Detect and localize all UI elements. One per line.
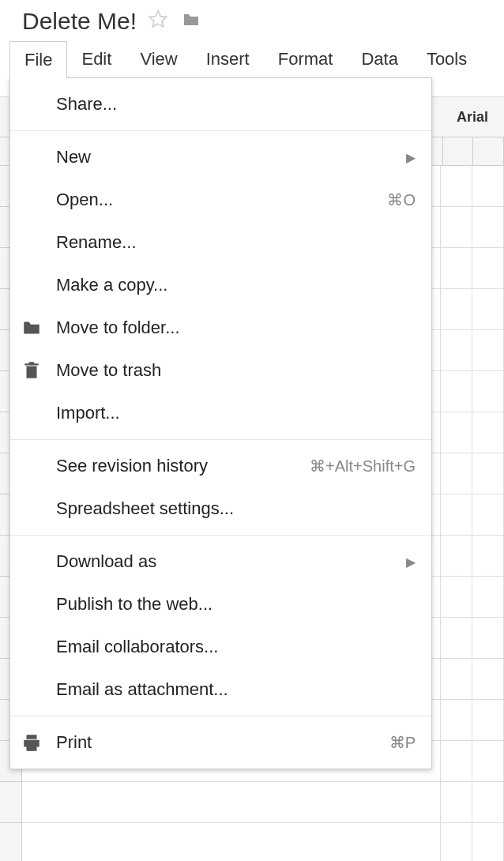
menu-edit[interactable]: Edit: [67, 41, 126, 78]
cell[interactable]: [441, 453, 472, 494]
cell[interactable]: [441, 577, 472, 618]
file-move-folder[interactable]: Move to folder...: [10, 306, 431, 349]
menu-insert[interactable]: Insert: [192, 41, 264, 78]
row-header[interactable]: [0, 782, 22, 823]
cell[interactable]: [441, 248, 472, 289]
cell[interactable]: [441, 494, 472, 536]
cell[interactable]: [472, 453, 504, 494]
menu-label: New: [56, 147, 406, 167]
document-header: Delete Me!: [0, 0, 504, 41]
cell[interactable]: [472, 494, 504, 536]
cell[interactable]: [22, 782, 441, 823]
cell[interactable]: [441, 700, 472, 741]
menu-file[interactable]: File: [9, 41, 67, 78]
cell[interactable]: [441, 823, 472, 861]
menu-label: Download as: [56, 551, 406, 572]
file-rename[interactable]: Rename...: [10, 221, 431, 264]
cell[interactable]: [441, 412, 472, 453]
folder-icon: [21, 318, 56, 338]
cell[interactable]: [441, 536, 472, 577]
trash-icon: [21, 360, 56, 381]
file-publish-web[interactable]: Publish to the web...: [10, 583, 431, 626]
cell[interactable]: [441, 659, 472, 700]
file-make-copy[interactable]: Make a copy...: [10, 264, 431, 306]
cell[interactable]: [441, 207, 472, 248]
file-menu-dropdown: Share... New ▶ Open... ⌘O Rename... Make…: [9, 77, 432, 769]
submenu-arrow-icon: ▶: [406, 555, 416, 570]
cell[interactable]: [441, 166, 472, 207]
cell[interactable]: [472, 700, 504, 741]
cell[interactable]: [472, 741, 504, 782]
print-icon: [21, 732, 56, 753]
menu-label: Share...: [56, 94, 416, 115]
cell[interactable]: [22, 823, 441, 861]
menu-label: Print: [56, 732, 389, 753]
cell[interactable]: [472, 782, 504, 823]
folder-icon[interactable]: [179, 10, 203, 32]
file-revision-history[interactable]: See revision history ⌘+Alt+Shift+G: [10, 445, 431, 487]
menu-separator: [10, 535, 431, 536]
cell[interactable]: [441, 782, 472, 823]
file-move-trash[interactable]: Move to trash: [10, 349, 431, 392]
menu-label: Email collaborators...: [56, 637, 416, 657]
menu-separator: [10, 716, 431, 716]
column-header[interactable]: [443, 137, 474, 166]
cell[interactable]: [441, 371, 472, 412]
font-selector[interactable]: Arial: [457, 109, 488, 126]
menu-label: Spreadsheet settings...: [56, 498, 416, 519]
cell[interactable]: [472, 577, 504, 618]
menu-label: Publish to the web...: [56, 594, 416, 615]
menu-label: Import...: [56, 403, 416, 423]
menu-shortcut: ⌘+Alt+Shift+G: [310, 457, 416, 476]
document-title[interactable]: Delete Me!: [22, 8, 137, 35]
menu-separator: [10, 439, 431, 440]
file-open[interactable]: Open... ⌘O: [10, 179, 431, 221]
cell[interactable]: [441, 330, 472, 371]
menubar: File Edit View Insert Format Data Tools: [0, 41, 504, 78]
cell[interactable]: [441, 741, 472, 782]
menu-view[interactable]: View: [126, 41, 191, 78]
cell[interactable]: [472, 618, 504, 659]
menu-label: Open...: [56, 190, 387, 210]
file-spreadsheet-settings[interactable]: Spreadsheet settings...: [10, 487, 431, 530]
menu-label: Email as attachment...: [56, 679, 416, 700]
menu-label: Move to folder...: [56, 318, 416, 338]
cell[interactable]: [441, 618, 472, 659]
file-print[interactable]: Print ⌘P: [10, 721, 431, 764]
cell[interactable]: [472, 248, 504, 289]
menu-label: Make a copy...: [56, 275, 416, 295]
cell[interactable]: [472, 412, 504, 453]
file-new[interactable]: New ▶: [10, 136, 431, 179]
file-email-attachment[interactable]: Email as attachment...: [10, 668, 431, 711]
cell[interactable]: [472, 659, 504, 700]
menu-shortcut: ⌘O: [387, 190, 416, 209]
file-import[interactable]: Import...: [10, 392, 431, 434]
menu-tools[interactable]: Tools: [412, 41, 481, 78]
column-header[interactable]: [473, 137, 504, 166]
menu-label: See revision history: [56, 456, 310, 476]
cell[interactable]: [472, 207, 504, 248]
cell[interactable]: [472, 371, 504, 412]
cell[interactable]: [472, 536, 504, 577]
menu-data[interactable]: Data: [347, 41, 412, 78]
cell[interactable]: [472, 330, 504, 371]
star-icon[interactable]: [148, 9, 168, 35]
file-download-as[interactable]: Download as ▶: [10, 540, 431, 583]
cell[interactable]: [472, 166, 504, 207]
file-share[interactable]: Share...: [10, 83, 431, 126]
menu-shortcut: ⌘P: [389, 733, 416, 752]
menu-label: Rename...: [56, 232, 416, 253]
submenu-arrow-icon: ▶: [406, 150, 416, 165]
menu-separator: [10, 130, 431, 131]
menu-format[interactable]: Format: [264, 41, 348, 78]
cell[interactable]: [472, 823, 504, 861]
cell[interactable]: [441, 289, 472, 330]
file-email-collaborators[interactable]: Email collaborators...: [10, 626, 431, 668]
menu-label: Move to trash: [56, 360, 416, 381]
cell[interactable]: [472, 289, 504, 330]
row-header[interactable]: [0, 823, 22, 861]
